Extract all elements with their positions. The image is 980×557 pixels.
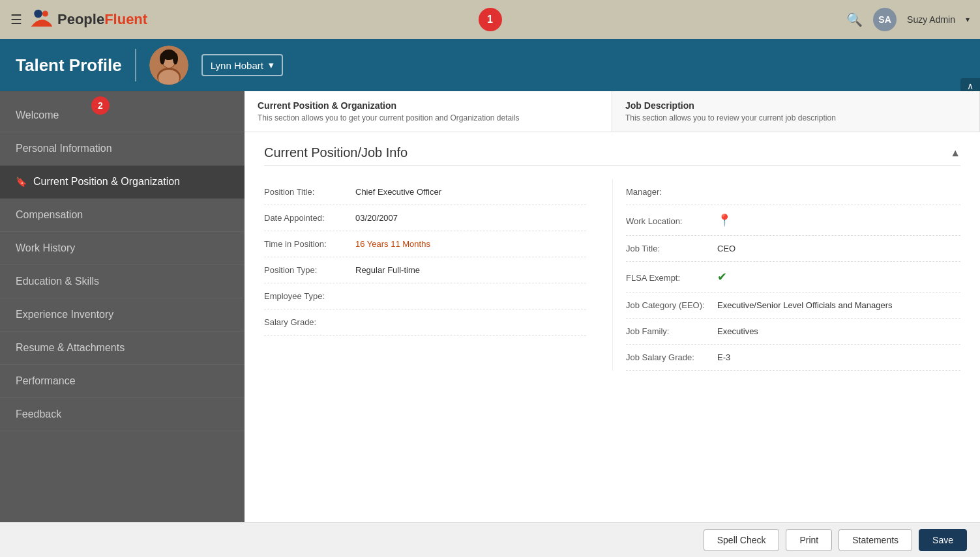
spell-check-button[interactable]: Spell Check (704, 529, 780, 551)
save-button[interactable]: Save (919, 529, 967, 551)
section-title-row: Current Position/Job Info ▲ (264, 145, 960, 166)
sidebar-item-compensation[interactable]: Compensation (0, 199, 245, 232)
profile-header: Talent Profile Lynn Hobart ▾ ∧ (0, 39, 980, 91)
tab-label: Job Description (625, 100, 966, 111)
field-value: CEO (717, 244, 735, 253)
bookmark-icon: 🔖 (16, 177, 27, 187)
sidebar-item-label: Resume & Attachments (16, 342, 125, 354)
notification-center: 1 (479, 8, 502, 31)
section-title: Current Position/Job Info (264, 145, 408, 160)
sidebar-item-label: Experience Inventory (16, 309, 113, 321)
page-title: Talent Profile (16, 55, 122, 76)
sidebar-item-education-skills[interactable]: Education & Skills (0, 265, 245, 298)
sidebar-item-label: Current Position & Organization (33, 176, 180, 188)
field-work-location: Work Location: 📍 (626, 205, 960, 236)
logo-icon (30, 8, 53, 31)
field-label: Position Title: (264, 187, 349, 197)
field-label: Manager: (626, 187, 711, 197)
tab-label: Current Position & Organization (258, 100, 599, 111)
search-icon[interactable]: 🔍 (846, 12, 863, 27)
sidebar-item-label: Welcome (16, 109, 59, 121)
tab-description: This section allows you to review your c… (625, 113, 966, 122)
field-position-type: Position Type: Regular Full-time (264, 257, 586, 283)
field-value: Executive/Senior Level Officials and Man… (717, 300, 893, 310)
person-name-dropdown[interactable]: Lynn Hobart ▾ (201, 54, 283, 76)
sidebar-item-experience-inventory[interactable]: Experience Inventory (0, 298, 245, 332)
field-value: 03/20/2007 (355, 213, 398, 223)
field-date-appointed: Date Appointed: 03/20/2007 (264, 205, 586, 231)
field-value: 16 Years 11 Months (355, 239, 430, 249)
notification-badge[interactable]: 1 (479, 8, 502, 31)
field-employee-type: Employee Type: (264, 283, 586, 309)
tab-current-position[interactable]: Current Position & Organization This sec… (245, 91, 612, 132)
sidebar-item-label: Performance (16, 375, 76, 387)
field-position-title: Position Title: Chief Executive Officer (264, 179, 586, 205)
field-job-title: Job Title: CEO (626, 236, 960, 262)
svg-point-1 (42, 11, 48, 17)
content-area: Current Position & Organization This sec… (245, 91, 980, 522)
sidebar-item-label: Compensation (16, 209, 83, 221)
print-button[interactable]: Print (786, 529, 832, 551)
sidebar-item-label: Feedback (16, 408, 61, 420)
sidebar-item-label: Work History (16, 242, 75, 254)
field-label: Salary Grade: (264, 317, 349, 327)
avatar (149, 46, 188, 85)
field-label: Job Family: (626, 326, 711, 336)
field-job-category: Job Category (EEO): Executive/Senior Lev… (626, 293, 960, 319)
field-label: Time in Position: (264, 239, 349, 249)
sidebar-badge: 2 (91, 96, 110, 115)
tab-job-description[interactable]: Job Description This section allows you … (612, 91, 980, 132)
field-value: Regular Full-time (355, 265, 420, 275)
sidebar-item-performance[interactable]: Performance (0, 365, 245, 398)
sidebar-item-current-position[interactable]: 🔖 Current Position & Organization (0, 165, 245, 199)
person-dropdown-arrow: ▾ (269, 59, 274, 71)
person-name: Lynn Hobart (211, 60, 263, 71)
field-value: E-3 (717, 352, 730, 362)
sidebar-item-personal-information[interactable]: Personal Information (0, 132, 245, 165)
statements-button[interactable]: Statements (839, 529, 912, 551)
main-layout: 2 Welcome Personal Information 🔖 Current… (0, 91, 980, 522)
right-column: Manager: Work Location: 📍 Job Title: CEO… (612, 179, 960, 371)
svg-point-0 (34, 10, 42, 18)
fields-grid: Position Title: Chief Executive Officer … (264, 179, 960, 371)
bottom-toolbar: Spell Check Print Statements Save (0, 522, 980, 557)
sidebar-item-welcome[interactable]: Welcome (0, 99, 245, 132)
check-icon: ✔ (717, 270, 727, 284)
sidebar-collapse-button[interactable]: ‹ (243, 294, 245, 320)
field-job-family: Job Family: Executives (626, 319, 960, 345)
field-salary-grade: Salary Grade: (264, 309, 586, 336)
location-pin-icon: 📍 (717, 213, 732, 227)
sidebar-item-label: Personal Information (16, 143, 112, 154)
nav-right: 🔍 SA Suzy Admin ▾ (846, 8, 970, 31)
field-label: Employee Type: (264, 291, 349, 301)
sidebar-item-feedback[interactable]: Feedback (0, 398, 245, 431)
svg-point-9 (173, 53, 178, 64)
field-manager: Manager: (626, 179, 960, 205)
section-content: Current Position/Job Info ▲ Position Tit… (245, 132, 980, 384)
avatar: SA (873, 8, 897, 31)
hamburger-menu[interactable]: ☰ (10, 12, 22, 27)
user-dropdown-arrow[interactable]: ▾ (966, 15, 970, 24)
section-collapse-icon[interactable]: ▲ (950, 147, 960, 159)
header-divider (135, 49, 136, 81)
field-time-in-position: Time in Position: 16 Years 11 Months (264, 231, 586, 257)
tab-description: This section allows you to get your curr… (258, 113, 599, 122)
field-value: Chief Executive Officer (355, 187, 441, 197)
sidebar-item-resume-attachments[interactable]: Resume & Attachments (0, 332, 245, 365)
field-label: Date Appointed: (264, 213, 349, 223)
field-label: Job Category (EEO): (626, 300, 711, 310)
field-label: Position Type: (264, 265, 349, 275)
user-name[interactable]: Suzy Admin (907, 14, 955, 25)
field-label: Job Title: (626, 244, 711, 253)
field-value: Executives (717, 326, 758, 336)
svg-point-8 (160, 53, 165, 64)
left-column: Position Title: Chief Executive Officer … (264, 179, 612, 371)
logo: PeopleFluent (30, 8, 147, 31)
field-label: FLSA Exempt: (626, 273, 711, 283)
logo-text: PeopleFluent (57, 11, 147, 28)
sidebar-item-work-history[interactable]: Work History (0, 232, 245, 265)
field-flsa-exempt: FLSA Exempt: ✔ (626, 262, 960, 293)
tab-headers: Current Position & Organization This sec… (245, 91, 980, 132)
sidebar-nav: Welcome Personal Information 🔖 Current P… (0, 91, 245, 431)
field-label: Work Location: (626, 216, 711, 226)
